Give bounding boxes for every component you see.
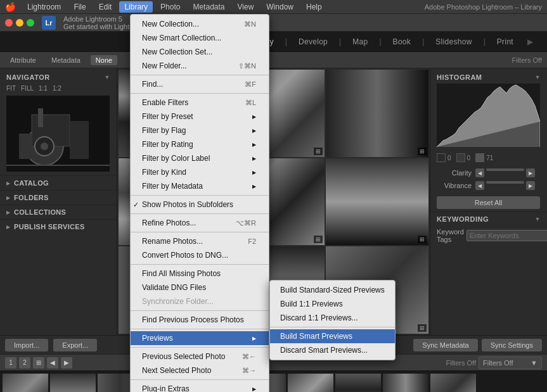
filmstrip-thumb-1[interactable]	[3, 374, 48, 393]
maximize-button[interactable]	[27, 19, 34, 27]
page-2-btn[interactable]: 2	[19, 357, 30, 369]
menu-plugin-extras[interactable]: Plug-in Extras	[131, 382, 269, 392]
navigator-header: Navigator ▼	[0, 71, 117, 84]
close-button[interactable]	[5, 19, 13, 27]
sync-metadata-button[interactable]: Sync Metadata	[413, 339, 477, 351]
filmstrip-thumb-8[interactable]	[335, 374, 381, 393]
minimize-button[interactable]	[16, 19, 23, 27]
clarity-right-btn[interactable]: ▶	[526, 168, 535, 177]
nav-1to2[interactable]: 1:2	[53, 85, 61, 92]
apple-menu[interactable]: 🍎	[5, 2, 16, 12]
submenu-discard-1to1[interactable]: Discard 1:1 Previews...	[270, 311, 395, 325]
clarity-left-btn[interactable]: ◀	[475, 168, 484, 177]
histogram-arrow[interactable]: ▼	[535, 74, 541, 80]
menubar-metadata[interactable]: Metadata	[188, 1, 229, 13]
nav-fit[interactable]: FIT	[6, 85, 16, 92]
page-1-btn[interactable]: 1	[5, 357, 16, 369]
panel-collections[interactable]: ▶ Collections	[0, 205, 117, 219]
menubar-window[interactable]: Window	[261, 1, 299, 13]
tab-develop[interactable]: Develop	[290, 35, 337, 49]
tab-print[interactable]: Print	[488, 35, 522, 49]
menu-refine-photos[interactable]: Refine Photos... ⌥⌘R	[131, 216, 269, 230]
submenu-build-smart[interactable]: Build Smart Previews	[270, 329, 395, 343]
photo-thumb-6[interactable]: ⊞	[326, 158, 428, 246]
keyword-tags-label: Keyword Tags	[437, 228, 464, 243]
menu-validate-dng[interactable]: Validate DNG Files	[131, 281, 269, 294]
import-button[interactable]: Import...	[5, 339, 48, 351]
panel-publish-services[interactable]: ▶ Publish Services	[0, 219, 117, 234]
export-button[interactable]: Export...	[53, 339, 97, 351]
filmstrip-thumb-9[interactable]	[383, 374, 428, 393]
menu-new-smart-collection[interactable]: New Smart Collection...	[131, 31, 269, 45]
vibrance-right-btn[interactable]: ▶	[526, 181, 535, 190]
nav-fill[interactable]: FILL	[21, 85, 34, 92]
navigator-arrow[interactable]: ▼	[105, 74, 110, 80]
menu-new-folder[interactable]: New Folder... ⇧⌘N	[131, 59, 269, 73]
navigator-image	[6, 96, 110, 172]
keyword-tags-input[interactable]	[467, 230, 547, 241]
nav-1to1[interactable]: 1:1	[39, 85, 48, 92]
keywording-arrow[interactable]: ▼	[535, 216, 541, 222]
menu-find[interactable]: Find... ⌘F	[131, 77, 269, 91]
lr-logo: Lr	[42, 16, 56, 30]
menu-enable-filters[interactable]: Enable Filters ⌘L	[131, 96, 269, 110]
vibrance-track[interactable]	[486, 181, 524, 184]
menu-new-collection-label: New Collection...	[142, 20, 199, 28]
submenu-discard-smart[interactable]: Discard Smart Previews...	[270, 343, 395, 357]
menu-filter-rating[interactable]: Filter by Rating	[131, 137, 269, 151]
grid-view-btn[interactable]: ⊞	[33, 357, 44, 369]
menubar-view[interactable]: View	[233, 1, 259, 13]
vibrance-controls: ◀ ▶	[475, 181, 535, 190]
vibrance-left-btn[interactable]: ◀	[475, 181, 484, 190]
filmstrip-thumb-10[interactable]	[430, 374, 476, 393]
menu-new-collection[interactable]: New Collection... ⌘N	[131, 17, 269, 31]
photo-thumb-3[interactable]: ⊞	[326, 70, 428, 157]
filter-none[interactable]: None	[91, 55, 117, 65]
reset-all-button[interactable]: Reset All	[437, 196, 540, 209]
tab-map[interactable]: Map	[344, 35, 376, 49]
filter-metadata[interactable]: Metadata	[46, 55, 86, 65]
menu-filter-color-label[interactable]: Filter by Color Label	[131, 151, 269, 165]
clarity-label: Clarity	[437, 169, 472, 177]
menubar-help[interactable]: Help	[301, 1, 327, 13]
menu-filter-kind[interactable]: Filter by Kind	[131, 165, 269, 179]
menu-convert-dng[interactable]: Convert Photos to DNG...	[131, 248, 269, 262]
menu-filter-metadata[interactable]: Filter by Metadata	[131, 179, 269, 193]
submenu-build-1to1[interactable]: Build 1:1 Previews	[270, 297, 395, 311]
menu-next-selected[interactable]: Next Selected Photo ⌘→	[131, 364, 269, 377]
sync-settings-button[interactable]: Sync Settings	[482, 339, 542, 351]
menubar-file[interactable]: File	[68, 1, 91, 13]
tab-slideshow[interactable]: Slideshow	[427, 35, 480, 49]
menubar-edit[interactable]: Edit	[94, 1, 117, 13]
nav-fit-fill: FIT FILL 1:1 1:2	[0, 84, 117, 96]
menu-prev-selected[interactable]: Previous Selected Photo ⌘←	[131, 350, 269, 364]
clarity-track[interactable]	[486, 168, 524, 171]
filters-dropdown-arrow: ▼	[531, 359, 537, 367]
clarity-row: Clarity ◀ ▶	[437, 168, 541, 177]
menu-new-collection-set[interactable]: New Collection Set...	[131, 45, 269, 59]
tab-more[interactable]: ▶	[524, 37, 537, 46]
filters-dropdown[interactable]: Filters Off ▼	[479, 357, 542, 369]
nav-prev-btn[interactable]: ◀	[47, 357, 58, 369]
menu-filter-preset[interactable]: Filter by Preset	[131, 110, 269, 123]
menu-show-photos-subfolders[interactable]: Show Photos in Subfolders	[131, 198, 269, 212]
filmstrip-thumb-7[interactable]	[288, 374, 333, 393]
menu-previews[interactable]: Previews	[131, 331, 269, 345]
menubar-photo[interactable]: Photo	[155, 1, 185, 13]
tab-book[interactable]: Book	[384, 35, 420, 49]
menu-convert-label: Convert Photos to DNG...	[142, 251, 228, 260]
submenu-build-standard[interactable]: Build Standard-Sized Previews	[270, 283, 395, 297]
menu-filter-flag[interactable]: Filter by Flag	[131, 123, 269, 137]
stat-value-2: 0	[467, 155, 471, 161]
filter-attribute[interactable]: Attribute	[5, 55, 41, 65]
menu-find-prev-process[interactable]: Find Previous Process Photos	[131, 313, 269, 327]
menubar-lightroom[interactable]: Lightroom	[22, 1, 66, 13]
nav-next-btn[interactable]: ▶	[61, 357, 72, 369]
menu-sync-folder[interactable]: Synchronize Folder...	[131, 294, 269, 308]
panel-folders[interactable]: ▶ Folders	[0, 190, 117, 205]
menu-rename-photos[interactable]: Rename Photos... F2	[131, 234, 269, 248]
panel-catalog[interactable]: ▶ Catalog	[0, 175, 117, 190]
filmstrip-thumb-2[interactable]	[50, 374, 96, 393]
menu-find-missing[interactable]: Find All Missing Photos	[131, 267, 269, 281]
menubar-library[interactable]: Library	[119, 1, 153, 13]
